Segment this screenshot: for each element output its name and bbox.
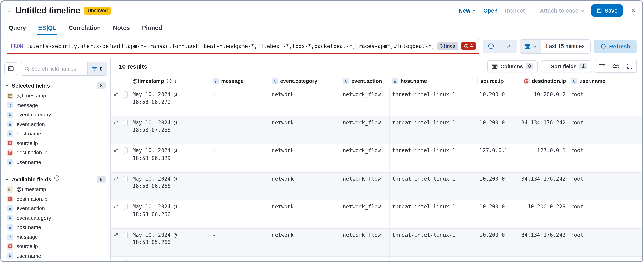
cell-message[interactable]: - xyxy=(210,172,269,200)
cell-event-action[interactable]: network_flow xyxy=(340,200,390,228)
save-button[interactable]: Save xyxy=(592,4,623,16)
cell-event-action[interactable]: network_flow xyxy=(340,88,390,116)
cell-event-action[interactable]: network_flow xyxy=(340,172,390,200)
close-icon[interactable]: ✕ xyxy=(630,7,637,14)
column-header-user-name[interactable]: k user.name xyxy=(568,78,642,84)
cell-message[interactable]: - xyxy=(210,116,269,144)
field-list-item[interactable]: IP source.ip xyxy=(1,138,110,148)
cell-message[interactable]: - xyxy=(210,200,269,228)
cell-host-name[interactable]: threat-intel-linux-1 xyxy=(390,116,477,144)
collapse-sidebar-button[interactable] xyxy=(4,62,18,75)
cell-destination-ip[interactable]: 34.134.176.242 xyxy=(506,116,568,144)
tab-correlation[interactable]: Correlation xyxy=(68,24,102,35)
cell-event-category[interactable]: network xyxy=(269,257,340,262)
cell-timestamp[interactable]: May 10, 2024 @18:53:05.266 xyxy=(130,229,210,256)
expand-event-icon[interactable] xyxy=(114,260,118,262)
column-header-message[interactable]: t message xyxy=(210,78,269,84)
tab-query[interactable]: Query xyxy=(8,24,27,35)
field-list-item[interactable]: k user.name xyxy=(1,251,110,261)
field-list-item[interactable]: IP destination.ip xyxy=(1,148,110,157)
cell-user-name[interactable]: root xyxy=(568,116,642,144)
cell-timestamp[interactable]: May 10, 2024 @18:53:08.279 xyxy=(130,88,210,116)
cell-timestamp[interactable]: May 10, 2024 @18:53:06.266 xyxy=(130,200,210,228)
cell-user-name[interactable]: root xyxy=(568,200,642,228)
cell-event-category[interactable]: network xyxy=(269,229,340,256)
cell-destination-ip[interactable]: 10.200.0.2 xyxy=(506,88,568,116)
open-button[interactable]: Open xyxy=(483,7,498,14)
cell-user-name[interactable]: root xyxy=(568,144,642,172)
keyboard-shortcuts-button[interactable] xyxy=(595,60,609,72)
column-header-destination-ip[interactable]: IP destination.ip xyxy=(506,78,568,84)
field-list-item[interactable]: t message xyxy=(1,232,110,242)
available-fields-header[interactable]: Available fields ? 8 xyxy=(1,173,110,185)
new-button[interactable]: New xyxy=(459,7,476,14)
display-options-button[interactable] xyxy=(609,60,622,72)
cell-event-category[interactable]: network xyxy=(269,172,340,200)
search-field-names-input[interactable] xyxy=(30,66,87,72)
cell-event-category[interactable]: network xyxy=(269,88,340,116)
cell-event-action[interactable]: network_flow xyxy=(340,257,390,262)
column-header-source-ip[interactable]: IP source.ip xyxy=(477,78,506,84)
cell-destination-ip[interactable]: 34.134.176.242 xyxy=(506,172,568,200)
cell-source-ip[interactable]: 10.200.0.9 xyxy=(477,200,506,228)
cell-message[interactable]: - xyxy=(210,88,269,116)
row-checkbox[interactable] xyxy=(124,176,128,182)
tab-pinned[interactable]: Pinned xyxy=(141,24,163,35)
cell-source-ip[interactable]: 10.200.0.9 xyxy=(477,172,506,200)
field-list-item[interactable]: k host.name xyxy=(1,223,110,232)
cell-host-name[interactable]: threat-intel-linux-1 xyxy=(390,88,477,116)
expand-event-icon[interactable] xyxy=(114,232,118,256)
time-range-label[interactable]: Last 15 minutes xyxy=(540,39,590,53)
field-list-item[interactable]: IP source.ip xyxy=(1,242,110,251)
cell-host-name[interactable]: threat-intel-linux-1 xyxy=(390,172,477,200)
tab-esql[interactable]: ES|QL xyxy=(38,24,57,35)
cell-event-category[interactable]: network xyxy=(269,144,340,172)
cell-destination-ip[interactable]: 169.254.169.254 xyxy=(506,257,568,262)
cell-event-category[interactable]: network xyxy=(269,116,340,144)
field-list-item[interactable]: k event.action xyxy=(1,119,110,129)
expand-query-button[interactable] xyxy=(500,39,516,53)
cell-timestamp[interactable]: May 10, 2024 @ xyxy=(130,257,210,262)
row-checkbox[interactable] xyxy=(124,147,128,154)
field-list-item[interactable]: @timestamp xyxy=(1,91,110,100)
fullscreen-button[interactable] xyxy=(622,60,636,72)
column-header-event-action[interactable]: k event.action xyxy=(340,78,390,84)
expand-event-icon[interactable] xyxy=(114,92,118,116)
expand-event-icon[interactable] xyxy=(114,148,118,172)
cell-user-name[interactable]: root xyxy=(568,88,642,116)
cell-message[interactable]: - xyxy=(210,229,269,256)
row-checkbox[interactable] xyxy=(124,260,128,262)
field-list-item[interactable]: t message xyxy=(1,100,110,110)
cell-event-action[interactable]: network_flow xyxy=(340,116,390,144)
cell-user-name[interactable]: root xyxy=(568,172,642,200)
cell-user-name[interactable]: root xyxy=(568,229,642,256)
cell-event-action[interactable]: network_flow xyxy=(340,229,390,256)
row-checkbox[interactable] xyxy=(124,119,128,126)
cell-source-ip[interactable]: 127.0.0.1 xyxy=(477,144,506,172)
tab-notes[interactable]: Notes xyxy=(112,24,130,35)
cell-destination-ip[interactable]: 34.134.176.242 xyxy=(506,229,568,256)
field-list-item[interactable]: @timestamp xyxy=(1,185,110,194)
cell-host-name[interactable]: threat-intel-linux-1 xyxy=(390,229,477,256)
row-checkbox[interactable] xyxy=(124,204,128,210)
cell-timestamp[interactable]: May 10, 2024 @18:53:07.266 xyxy=(130,116,210,144)
column-header-host-name[interactable]: k host.name xyxy=(390,78,477,84)
inspect-button[interactable]: Inspect xyxy=(505,7,525,14)
cell-message[interactable]: - xyxy=(210,144,269,172)
cell-host-name[interactable]: threat-intel- xyxy=(390,257,477,262)
expand-event-icon[interactable] xyxy=(114,176,118,200)
cell-host-name[interactable]: threat-intel-linux-1 xyxy=(390,200,477,228)
columns-button[interactable]: Columns 8 xyxy=(487,60,538,72)
cell-event-action[interactable]: network_flow xyxy=(340,144,390,172)
expand-event-icon[interactable] xyxy=(114,204,118,228)
cell-destination-ip[interactable]: 10.200.0.229 xyxy=(506,200,568,228)
esql-query-input[interactable]: FROM .alerts-security.alerts-default,apm… xyxy=(7,39,479,54)
field-list-item[interactable]: IP destination.ip xyxy=(1,194,110,204)
cell-timestamp[interactable]: May 10, 2024 @18:53:06.266 xyxy=(130,172,210,200)
query-info-button[interactable] xyxy=(482,39,500,53)
favorite-star-icon[interactable]: ☆ xyxy=(7,7,12,14)
field-list-item[interactable]: k host.name xyxy=(1,129,110,138)
cell-event-category[interactable]: network xyxy=(269,200,340,228)
field-list-item[interactable]: k event.action xyxy=(1,204,110,213)
cell-user-name[interactable]: root xyxy=(568,257,642,262)
